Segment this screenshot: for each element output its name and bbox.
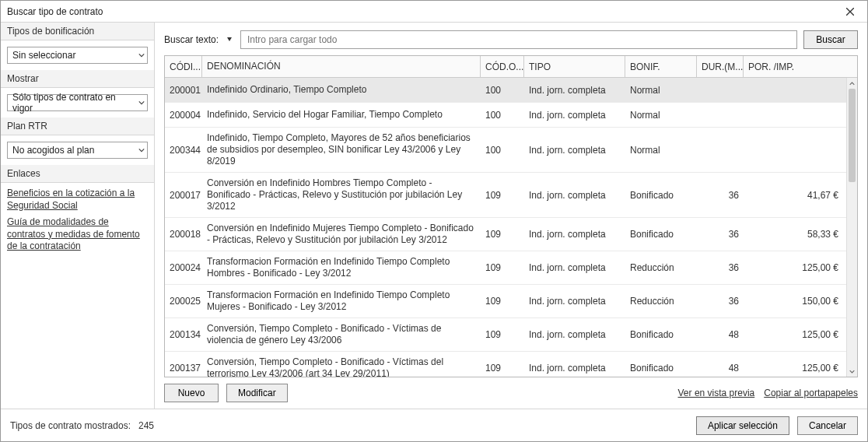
- mostrar-select[interactable]: Sólo tipos de contrato en vigor: [7, 94, 148, 111]
- search-button[interactable]: Buscar: [803, 30, 858, 49]
- cell-codo: 100: [481, 80, 524, 100]
- status-count: 245: [138, 420, 154, 431]
- cell-denom: Indefinido, Tiempo Completo, Mayores de …: [202, 128, 481, 172]
- cell-denom: Conversión, Tiempo Completo - Bonificado…: [202, 352, 481, 377]
- cell-denom: Conversión en Indefinido Hombres Tiempo …: [202, 173, 481, 217]
- th-bonif[interactable]: BONIF.: [625, 56, 697, 77]
- cell-codigo: 200024: [165, 258, 202, 278]
- th-codigo[interactable]: CÓDI...: [165, 56, 202, 77]
- th-denom[interactable]: DENOMINACIÓN: [202, 56, 481, 77]
- cell-codo: 109: [481, 185, 524, 205]
- cell-tipo: Ind. jorn. completa: [524, 291, 625, 311]
- cell-dur: [697, 86, 744, 95]
- cell-codigo: 200017: [165, 185, 202, 205]
- bonif-select-value: Sin seleccionar: [7, 47, 148, 64]
- cell-codigo: 200001: [165, 80, 202, 100]
- close-button[interactable]: [838, 3, 863, 20]
- dropdown-arrow-icon[interactable]: [225, 35, 234, 44]
- modificar-button[interactable]: Modificar: [226, 384, 288, 402]
- cell-tipo: Ind. jorn. completa: [524, 358, 625, 377]
- search-label: Buscar texto:: [164, 34, 219, 45]
- table-row[interactable]: 200018Conversión en Indefinido Mujeres T…: [165, 218, 846, 251]
- cell-codo: 109: [481, 358, 524, 377]
- scroll-down-icon[interactable]: [847, 366, 857, 377]
- th-codo[interactable]: CÓD.O...: [481, 56, 524, 77]
- link-guia[interactable]: Guía de modalidades de contratos y medid…: [7, 216, 148, 253]
- planrtr-select[interactable]: No acogidos al plan: [7, 142, 148, 159]
- cell-codigo: 200134: [165, 324, 202, 345]
- preview-link[interactable]: Ver en vista previa: [678, 388, 755, 398]
- cell-denom: Transformacion Formación en Indefinido T…: [202, 285, 481, 317]
- sidebar-links: Beneficios en la cotización a la Segurid…: [1, 183, 154, 262]
- table-actions: Nuevo Modificar Ver en vista previa Copi…: [155, 377, 867, 409]
- bonif-select[interactable]: Sin seleccionar: [7, 47, 148, 64]
- cell-codo: 109: [481, 291, 524, 311]
- planrtr-select-value: No acogidos al plan: [7, 142, 148, 159]
- cell-tipo: Ind. jorn. completa: [524, 105, 625, 125]
- cell-tipo: Ind. jorn. completa: [524, 80, 625, 100]
- cell-bonif: Normal: [625, 140, 697, 160]
- scroll-up-icon[interactable]: [847, 78, 857, 89]
- cell-por: 41,67 €: [744, 185, 846, 205]
- titlebar: Buscar tipo de contrato: [1, 1, 867, 23]
- table-row[interactable]: 200344Indefinido, Tiempo Completo, Mayor…: [165, 128, 846, 173]
- footer: Tipos de contrato mostrados: 245 Aplicar…: [1, 409, 867, 441]
- table-row[interactable]: 200004Indefinido, Servicio del Hogar Fam…: [165, 103, 846, 128]
- cell-codigo: 200018: [165, 224, 202, 244]
- cell-tipo: Ind. jorn. completa: [524, 140, 625, 160]
- svg-marker-2: [227, 37, 232, 41]
- cell-por: [744, 110, 846, 120]
- cell-bonif: Bonificado: [625, 224, 697, 244]
- cell-codigo: 200344: [165, 140, 202, 160]
- cell-denom: Conversión, Tiempo Completo - Bonificado…: [202, 318, 481, 351]
- th-por[interactable]: POR. /IMP.: [744, 56, 857, 77]
- cell-bonif: Normal: [625, 105, 697, 125]
- apply-button[interactable]: Aplicar selección: [696, 416, 789, 435]
- cell-dur: [697, 146, 744, 155]
- table-row[interactable]: 200017Conversión en Indefinido Hombres T…: [165, 173, 846, 218]
- sidebar: Tipos de bonificación Sin seleccionar Mo…: [1, 23, 155, 409]
- th-dur[interactable]: DUR.(M...: [697, 56, 744, 77]
- table-body: 200001Indefinido Ordinario, Tiempo Compl…: [165, 78, 857, 377]
- nuevo-button[interactable]: Nuevo: [164, 384, 219, 402]
- cell-denom: Indefinido, Servicio del Hogar Familiar,…: [202, 104, 481, 125]
- cell-dur: 36: [697, 291, 744, 311]
- link-beneficios[interactable]: Beneficios en la cotización a la Segurid…: [7, 188, 148, 212]
- table-row[interactable]: 200024Transformacion Formación en Indefi…: [165, 251, 846, 285]
- search-input[interactable]: [240, 30, 797, 49]
- cell-codigo: 200025: [165, 291, 202, 311]
- status-label: Tipos de contrato mostrados:: [10, 420, 131, 431]
- copy-link[interactable]: Copiar al portapapeles: [764, 388, 858, 398]
- table-row[interactable]: 200137Conversión, Tiempo Completo - Boni…: [165, 352, 846, 377]
- table-row[interactable]: 200134Conversión, Tiempo Completo - Boni…: [165, 318, 846, 352]
- cell-bonif: Reducción: [625, 258, 697, 278]
- cell-bonif: Normal: [625, 80, 697, 100]
- sidebar-header-bonif: Tipos de bonificación: [1, 23, 154, 40]
- main-panel: Buscar texto: Buscar CÓDI... DENOMINACIÓ…: [155, 23, 867, 409]
- sidebar-header-enlaces: Enlaces: [1, 165, 154, 183]
- dialog-body: Tipos de bonificación Sin seleccionar Mo…: [1, 23, 867, 409]
- cell-codo: 100: [481, 140, 524, 160]
- cell-tipo: Ind. jorn. completa: [524, 258, 625, 278]
- cell-denom: Indefinido Ordinario, Tiempo Completo: [202, 79, 481, 100]
- cell-tipo: Ind. jorn. completa: [524, 224, 625, 244]
- cancel-button[interactable]: Cancelar: [797, 416, 858, 435]
- cell-codo: 109: [481, 258, 524, 278]
- cell-codo: 109: [481, 224, 524, 244]
- scroll-thumb[interactable]: [849, 89, 856, 182]
- cell-bonif: Reducción: [625, 291, 697, 311]
- cell-codigo: 200137: [165, 358, 202, 377]
- cell-dur: 36: [697, 224, 744, 244]
- cell-bonif: Bonificado: [625, 324, 697, 345]
- scrollbar[interactable]: [846, 78, 857, 377]
- table-row[interactable]: 200025Transformacion Formación en Indefi…: [165, 285, 846, 318]
- th-tipo[interactable]: TIPO: [524, 56, 625, 77]
- table-row[interactable]: 200001Indefinido Ordinario, Tiempo Compl…: [165, 78, 846, 103]
- scroll-track[interactable]: [847, 89, 857, 366]
- cell-por: [744, 146, 846, 155]
- cell-dur: 36: [697, 185, 744, 205]
- cell-tipo: Ind. jorn. completa: [524, 185, 625, 205]
- dialog-window: Buscar tipo de contrato Tipos de bonific…: [0, 0, 868, 442]
- cell-codigo: 200004: [165, 105, 202, 125]
- cell-codo: 100: [481, 105, 524, 125]
